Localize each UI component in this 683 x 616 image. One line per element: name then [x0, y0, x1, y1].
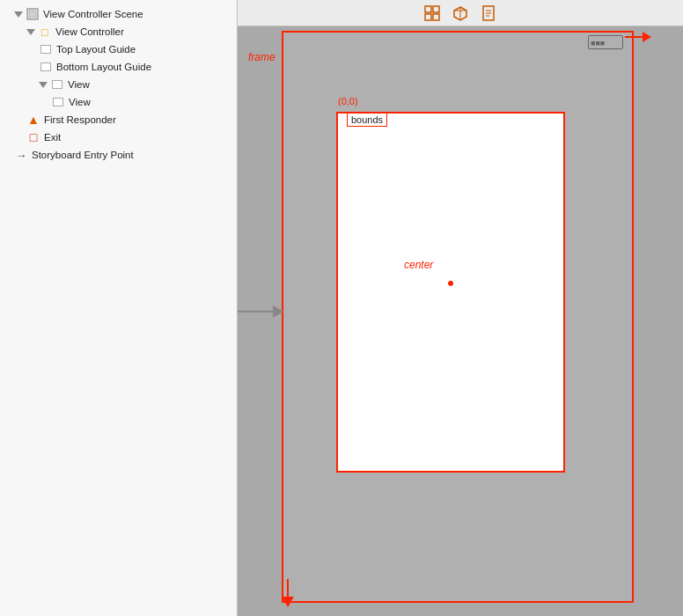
center-label: center — [404, 259, 433, 271]
sidebar-item-first-responder[interactable]: ▲ First Responder — [0, 111, 237, 128]
canvas-area[interactable]: (0,0) frame ■■■ (0,0) bounds center — [238, 0, 683, 616]
sidebar-item-label: First Responder — [44, 114, 116, 125]
sidebar-item-view-parent[interactable]: View — [0, 76, 237, 93]
view-icon — [50, 77, 64, 92]
sidebar-item-view-controller-scene[interactable]: View Controller Scene — [0, 5, 237, 23]
scene-icon — [26, 7, 40, 21]
sidebar-item-label: Exit — [44, 132, 61, 143]
bounds-coord-label: (0,0) — [338, 96, 358, 106]
svg-rect-5 — [433, 14, 439, 20]
sidebar-item-label: View Controller Scene — [43, 9, 143, 19]
svg-rect-4 — [425, 14, 431, 20]
storyboard-entry-arrow — [238, 305, 283, 318]
page-icon[interactable] — [480, 4, 497, 22]
frame-label: frame — [248, 51, 275, 63]
sidebar-item-label: Bottom Layout Guide — [56, 62, 151, 72]
view-controller-icon: □ — [38, 25, 52, 39]
rect-icon — [39, 42, 53, 56]
sidebar-item-view-controller[interactable]: □ View Controller — [0, 23, 237, 40]
rect-icon — [39, 60, 53, 74]
bottom-arrow — [282, 579, 294, 607]
svg-rect-1 — [29, 11, 36, 18]
grid-icon[interactable] — [423, 4, 441, 22]
arrow-head — [273, 305, 283, 318]
bounds-box: (0,0) bounds center — [336, 112, 565, 473]
svg-rect-2 — [425, 6, 431, 12]
sidebar-item-label: View Controller — [55, 26, 124, 37]
sidebar-item-bottom-layout-guide[interactable]: Bottom Layout Guide — [0, 58, 237, 76]
sidebar: View Controller Scene □ View Controller … — [0, 0, 238, 616]
sidebar-item-label: Top Layout Guide — [56, 44, 136, 55]
expand-icon[interactable] — [14, 11, 23, 18]
sidebar-item-view-child[interactable]: View — [0, 93, 237, 111]
cube-icon[interactable] — [452, 4, 469, 22]
sidebar-item-label: View — [68, 79, 90, 90]
canvas-toolbar — [238, 0, 683, 26]
sidebar-item-label: Storyboard Entry Point — [32, 150, 134, 160]
arrow-shaft — [238, 311, 273, 312]
status-bar: ■■■ — [588, 35, 623, 49]
exit-icon: □ — [26, 130, 40, 144]
phone-frame: ■■■ (0,0) bounds center — [282, 31, 634, 603]
sidebar-item-exit[interactable]: □ Exit — [0, 128, 237, 146]
bounds-label: bounds — [347, 113, 387, 127]
right-arrow — [625, 32, 651, 42]
expand-icon[interactable] — [39, 82, 48, 88]
first-responder-icon: ▲ — [26, 113, 40, 127]
sidebar-item-storyboard-entry[interactable]: → Storyboard Entry Point — [0, 146, 237, 164]
sidebar-item-label: View — [69, 97, 91, 107]
view-icon — [51, 95, 65, 109]
battery-indicator: ■■■ — [589, 39, 605, 48]
center-dot — [448, 281, 453, 286]
sidebar-item-top-layout-guide[interactable]: Top Layout Guide — [0, 40, 237, 58]
arrow-icon: → — [14, 148, 28, 162]
svg-rect-3 — [433, 6, 439, 12]
expand-icon[interactable] — [26, 29, 35, 35]
